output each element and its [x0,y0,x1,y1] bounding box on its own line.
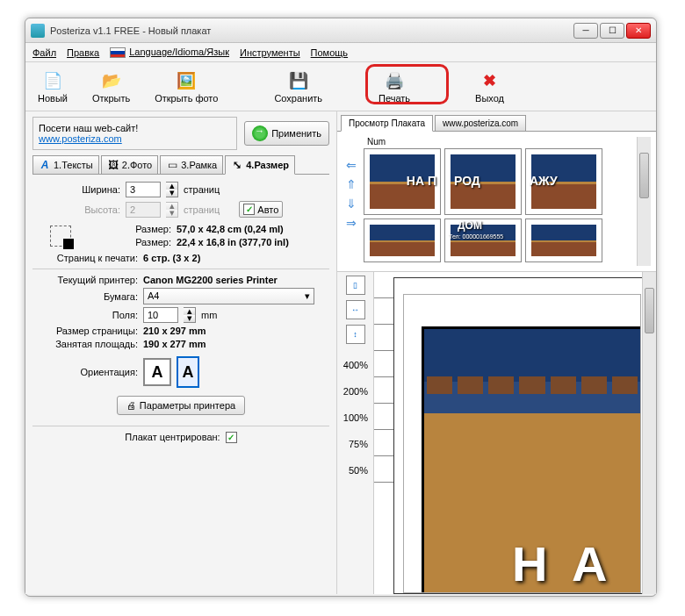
auto-checkbox[interactable]: ✓ Авто [239,201,283,218]
height-spinner: ▴▾ [166,202,178,218]
poster-page-2[interactable]: РОД [444,148,522,215]
open-icon: 📂 [101,70,122,91]
zoom-200[interactable]: 200% [339,386,368,397]
chevron-down-icon: ▾ [305,290,310,302]
menu-help[interactable]: Помощь [311,47,349,58]
maximize-button[interactable]: ☐ [600,23,624,39]
tab-website[interactable]: www.posteriza.com [435,115,526,131]
window-title: Posteriza v1.1 FREE - Новый плакат [50,25,573,36]
zoom-column: ▯ ↔ ↕ 400% 200% 100% 75% 50% [337,272,374,594]
size-cm: 57,0 x 42,8 cm (0,24 mI) [177,224,284,234]
print-button[interactable]: 🖨️Печать [373,68,415,105]
detail-scrollbar[interactable] [642,272,656,594]
tab-texts[interactable]: A1.Тексты [32,155,99,174]
toolbar: 📄Новый 📂Открыть 🖼️Открыть фото 💾Сохранит… [25,62,656,111]
width-input[interactable]: 3 [126,182,161,197]
minimize-button[interactable]: ─ [573,23,598,39]
menu-file[interactable]: Файл [32,47,56,58]
tab-photo[interactable]: 🖼2.Фото [101,155,158,174]
fit-page-icon[interactable]: ▯ [346,276,365,295]
zoom-100[interactable]: 100% [339,412,368,423]
fit-width-icon[interactable]: ↔ [346,300,365,319]
height-input: 2 [126,202,161,218]
arrow-right-icon[interactable]: ⇒ [346,216,357,230]
width-unit: страниц [184,184,220,195]
print-icon: 🖨️ [384,70,405,91]
margin-label: Поля: [50,310,138,320]
exit-button[interactable]: ✖Выход [470,68,509,105]
apply-button[interactable]: Применить [244,121,329,146]
open-photo-icon: 🖼️ [176,70,197,91]
ruler [374,272,393,594]
height-unit: страниц [184,204,220,215]
poster-page-3[interactable]: АЖУ [525,148,602,215]
photo-icon: 🖼 [107,159,119,171]
website-box: Посети наш web-сайт! www.posteriza.com [32,117,237,150]
page-size: 210 x 297 mm [143,326,206,336]
size-tab-icon: ⤡ [231,159,243,171]
save-icon: 💾 [288,70,309,91]
centered-label: Плакат центрирован: [125,432,220,443]
save-button[interactable]: 💾Сохранить [269,68,328,105]
page-size-label: Размер страницы: [50,326,138,336]
new-icon: 📄 [42,70,63,91]
poster-page-4[interactable] [364,218,441,262]
tab-frame[interactable]: ▭3.Рамка [160,155,223,174]
menu-tools[interactable]: Инструменты [240,47,300,58]
paper-select[interactable]: A4▾ [143,288,314,304]
tab-preview[interactable]: Просмотр Плаката [341,115,433,132]
poster-grid-preview: ⇐ ⇑ ⇓ ⇒ Num НА П РОД АЖУ ДОМТел: 0000016… [337,132,656,272]
tab-size[interactable]: ⤡4.Размер [225,155,295,175]
printer-label: Текущий принтер: [50,275,138,285]
text-icon: A [39,159,51,171]
poster-text-fragment: Н А [512,535,612,592]
website-link[interactable]: www.posteriza.com [39,133,122,144]
fit-height-icon[interactable]: ↕ [346,325,365,344]
frame-icon: ▭ [166,159,178,171]
right-panel: Просмотр Плаката www.posteriza.com ⇐ ⇑ ⇓… [337,111,656,594]
menu-edit[interactable]: Правка [67,47,99,58]
printer-params-button[interactable]: 🖨 Параметры принтера [117,396,245,415]
flag-icon [110,47,126,58]
zoom-400[interactable]: 400% [339,360,368,370]
open-button[interactable]: 📂Открыть [87,68,135,105]
zoom-75[interactable]: 75% [339,439,368,449]
pages-value: 6 стр. (3 x 2) [143,253,200,263]
exit-icon: ✖ [480,70,501,91]
printer-icon: 🖨 [126,400,136,411]
orientation-landscape[interactable]: A [143,358,171,386]
zoom-50[interactable]: 50% [339,465,368,476]
poster-page-5[interactable]: ДОМТел: 000001669555 [444,218,522,262]
check-icon: ✓ [243,204,255,215]
new-button[interactable]: 📄Новый [32,68,73,105]
margin-unit: mm [201,310,217,320]
print-area: 190 x 277 mm [143,339,206,349]
orientation-portrait[interactable]: A [177,356,199,388]
size-in: 22,4 x 16,8 in (377,70 inI) [177,237,289,247]
page-detail-view[interactable]: Н А [374,272,656,594]
app-icon [31,24,45,38]
dimension-icon [50,226,71,247]
menu-bar: Файл Правка Language/Idioma/Язык Инструм… [25,43,656,62]
height-label: Высота: [68,204,120,215]
website-label: Посети наш web-сайт! [39,123,231,133]
open-photo-button[interactable]: 🖼️Открыть фото [149,68,223,105]
margin-input[interactable]: 10 [143,307,178,323]
width-spinner[interactable]: ▴▾ [166,182,178,197]
arrow-left-icon[interactable]: ⇐ [346,158,357,172]
orient-label: Ориентация: [50,367,138,377]
arrow-up-icon[interactable]: ⇑ [346,177,357,191]
grid-scrollbar[interactable] [637,137,651,266]
centered-checkbox[interactable]: ✓ [226,432,237,443]
poster-page-1[interactable]: НА П [364,148,441,215]
paper-label: Бумага: [50,291,138,302]
num-label: Num [364,137,630,147]
poster-page-6[interactable] [525,218,602,262]
printer-name: Canon MG2200 series Printer [143,275,278,285]
margin-spinner[interactable]: ▴▾ [184,307,196,323]
print-area-label: Занятая площадь: [50,339,138,349]
close-button[interactable]: ✕ [626,23,651,39]
arrow-down-icon[interactable]: ⇓ [346,197,357,211]
title-bar: Posteriza v1.1 FREE - Новый плакат ─ ☐ ✕ [25,18,656,43]
menu-language[interactable]: Language/Idioma/Язык [110,47,229,58]
